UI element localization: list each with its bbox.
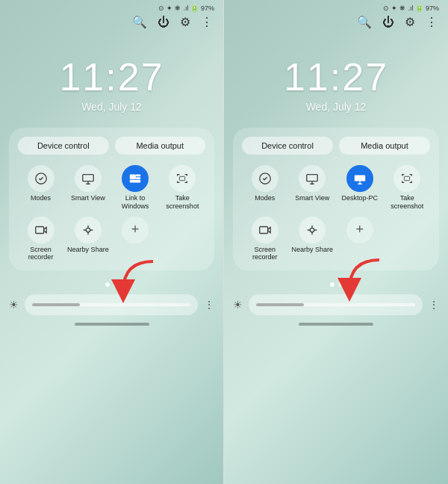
- right-time: 11:27: [284, 55, 388, 99]
- right-device-control-btn[interactable]: Device control: [242, 137, 333, 155]
- right-more-icon[interactable]: ⋮: [426, 15, 438, 29]
- right-smartview-label: Smart View: [295, 194, 329, 202]
- right-tiles-row1: Modes Smart View: [242, 165, 430, 211]
- svg-rect-2: [130, 175, 136, 179]
- right-status-bar: ⊙ ✦ ❋ .ıl 🔋 97%: [224, 0, 448, 13]
- right-add-icon: +: [346, 217, 373, 243]
- left-home-indicator: [0, 323, 223, 330]
- right-nearby-share-label: Nearby Share: [291, 246, 333, 254]
- right-nearby-share-icon: [299, 217, 326, 243]
- right-brightness-icon[interactable]: ☀: [233, 299, 243, 311]
- right-modes-icon: [252, 165, 279, 192]
- svg-rect-4: [136, 177, 140, 179]
- left-dot-2: [113, 282, 118, 287]
- left-time-section: 11:27 Wed, July 12: [0, 32, 223, 128]
- right-dot-2: [338, 282, 343, 287]
- left-power-icon[interactable]: ⏻: [158, 16, 169, 29]
- left-tiles-row2: Screen recorder Nearby Share +: [18, 217, 205, 262]
- left-more-dots-icon[interactable]: ⋮: [204, 299, 214, 311]
- left-screenshot-icon: [169, 165, 196, 192]
- right-top-icons: 🔍 ⏻ ⚙ ⋮: [224, 13, 448, 32]
- left-link-windows-label: Link to Windows: [113, 194, 158, 211]
- right-tile-smartview[interactable]: Smart View: [290, 165, 336, 211]
- left-tile-add[interactable]: +: [113, 217, 158, 262]
- left-tile-link-windows[interactable]: Link to Windows: [113, 165, 158, 211]
- left-tile-modes[interactable]: Modes: [18, 165, 63, 211]
- right-smartview-icon: [299, 165, 326, 192]
- right-content: ⊙ ✦ ❋ .ıl 🔋 97% 🔍 ⏻ ⚙ ⋮ 11:27 Wed, July …: [224, 0, 448, 484]
- battery-icon: 🔋 97%: [190, 4, 214, 12]
- right-control-buttons: Device control Media output: [242, 137, 430, 155]
- right-screenshot-icon: [393, 165, 420, 192]
- right-battery-icon: 🔋 97%: [415, 4, 439, 12]
- svg-rect-1: [83, 175, 93, 182]
- left-top-icons: 🔍 ⏻ ⚙ ⋮: [0, 13, 223, 32]
- right-tile-screenshot[interactable]: Take screenshot: [385, 165, 431, 211]
- right-tiles-row2: Screen recorder Nearby Share +: [242, 217, 430, 262]
- right-power-icon[interactable]: ⏻: [382, 16, 394, 29]
- svg-point-8: [86, 228, 90, 232]
- svg-rect-10: [307, 175, 317, 182]
- left-tile-screenshot[interactable]: Take screenshot: [160, 165, 205, 211]
- right-settings-icon[interactable]: ⚙: [405, 15, 415, 29]
- timer-icon: ⊙: [158, 4, 164, 12]
- right-quick-settings: Device control Media output Modes: [233, 128, 439, 270]
- left-screen-recorder-icon: [28, 217, 55, 243]
- left-nearby-share-icon: [75, 217, 102, 243]
- right-search-icon[interactable]: 🔍: [357, 15, 372, 29]
- right-bluetooth-icon: ✦: [391, 4, 397, 12]
- svg-rect-6: [180, 176, 185, 180]
- left-dot-1: [105, 282, 110, 287]
- right-search-bar: [249, 294, 423, 315]
- right-tile-desktop-pc[interactable]: Desktop-PC: [337, 165, 383, 211]
- left-nearby-share-label: Nearby Share: [67, 246, 109, 254]
- svg-rect-11: [355, 176, 365, 182]
- right-screen-recorder-icon: [252, 217, 279, 243]
- left-more-icon[interactable]: ⋮: [201, 15, 213, 29]
- left-media-output-btn[interactable]: Media output: [115, 137, 206, 155]
- left-tile-screen-recorder[interactable]: Screen recorder: [18, 217, 63, 262]
- svg-rect-13: [361, 176, 364, 179]
- svg-rect-5: [130, 180, 140, 183]
- left-content: ⊙ ✦ ❋ .ıl 🔋 97% 🔍 ⏻ ⚙ ⋮ 11:27 Wed, July …: [0, 0, 223, 484]
- right-media-output-btn[interactable]: Media output: [339, 137, 430, 155]
- left-search-bar: [25, 294, 198, 315]
- left-add-icon: +: [122, 217, 149, 243]
- svg-rect-12: [356, 176, 359, 179]
- right-dot-1: [330, 282, 335, 287]
- right-tile-modes[interactable]: Modes: [242, 165, 288, 211]
- right-screen-recorder-label: Screen recorder: [243, 246, 287, 262]
- left-date: Wed, July 12: [81, 101, 142, 113]
- right-page-dots: [224, 270, 448, 294]
- left-screen-recorder-label: Screen recorder: [19, 246, 63, 262]
- right-tile-nearby-share[interactable]: Nearby Share: [290, 217, 336, 262]
- right-wifi-icon: ❋: [399, 4, 405, 12]
- left-control-buttons: Device control Media output: [18, 137, 205, 155]
- signal-icon: .ıl: [183, 4, 188, 12]
- right-more-dots-icon[interactable]: ⋮: [429, 299, 439, 311]
- left-status-icons: ⊙ ✦ ❋ .ıl 🔋 97%: [158, 4, 214, 12]
- left-link-windows-icon: [122, 165, 149, 192]
- svg-rect-15: [260, 226, 268, 233]
- left-brightness-icon[interactable]: ☀: [9, 299, 19, 311]
- right-home-indicator: [224, 323, 448, 330]
- right-tile-add[interactable]: +: [337, 217, 383, 262]
- right-screenshot-label: Take screenshot: [385, 194, 429, 211]
- left-tile-nearby-share[interactable]: Nearby Share: [65, 217, 111, 262]
- right-bottom-bar: ☀ ⋮: [233, 294, 439, 315]
- left-modes-icon: [28, 165, 55, 192]
- right-timer-icon: ⊙: [383, 4, 389, 12]
- wifi-icon: ❋: [175, 4, 181, 12]
- right-tile-screen-recorder[interactable]: Screen recorder: [242, 217, 288, 262]
- left-tiles-row1: Modes Smart View: [18, 165, 205, 211]
- left-smartview-icon: [75, 165, 102, 192]
- left-tile-smartview[interactable]: Smart View: [65, 165, 111, 211]
- left-page-dots: [0, 270, 223, 294]
- left-home-bar: [75, 323, 149, 326]
- right-panel: ⊙ ✦ ❋ .ıl 🔋 97% 🔍 ⏻ ⚙ ⋮ 11:27 Wed, July …: [224, 0, 448, 484]
- left-status-bar: ⊙ ✦ ❋ .ıl 🔋 97%: [0, 0, 223, 13]
- right-home-bar: [299, 323, 373, 326]
- left-search-icon[interactable]: 🔍: [132, 15, 147, 29]
- left-device-control-btn[interactable]: Device control: [18, 137, 109, 155]
- left-settings-icon[interactable]: ⚙: [180, 15, 190, 29]
